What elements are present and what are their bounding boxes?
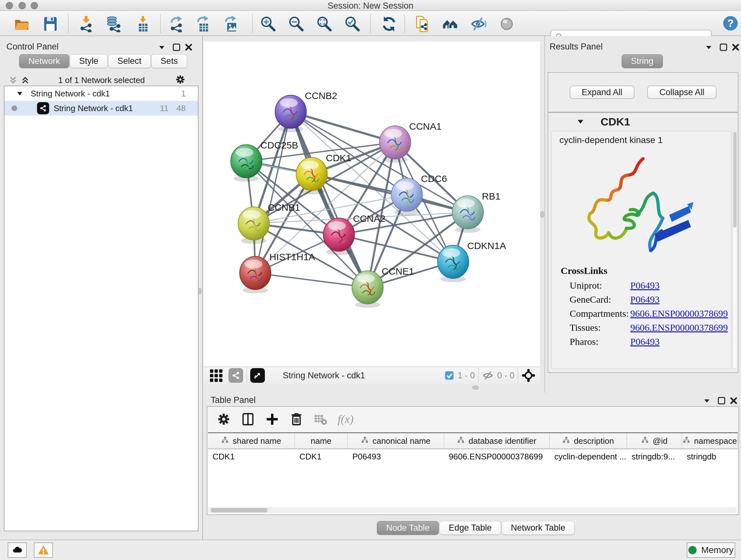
- import-network-from-database-button[interactable]: [105, 16, 122, 32]
- memory-button[interactable]: Memory: [687, 543, 735, 558]
- column-tree-icon: [361, 436, 368, 446]
- network-options-gear-icon[interactable]: [175, 74, 186, 85]
- gray-eye-icon: [498, 16, 515, 32]
- protein-structure-image: [573, 152, 700, 267]
- horizontal-splitter-handle[interactable]: [472, 386, 479, 389]
- network-row[interactable]: String Network - cdk1 11 48: [4, 101, 198, 116]
- results-scrollbar[interactable]: [733, 131, 737, 368]
- application-window: Session: New Session: [0, 0, 741, 560]
- tab-select[interactable]: Select: [108, 54, 151, 68]
- network-node-CDC6[interactable]: CDC6: [391, 173, 447, 215]
- network-collection-row[interactable]: String Network - cdk1 1: [4, 86, 198, 101]
- control-panel-menu-button[interactable]: [156, 42, 167, 53]
- crosslink-link[interactable]: P06493: [630, 336, 660, 347]
- tab-edge-table[interactable]: Edge Table: [440, 521, 501, 535]
- tab-node-table[interactable]: Node Table: [377, 521, 439, 535]
- collection-expand-icon[interactable]: [16, 90, 23, 98]
- collapse-protein-icon[interactable]: [576, 118, 585, 126]
- delete-column-button[interactable]: [289, 412, 304, 427]
- column-header-database-identifier[interactable]: database identifier: [444, 433, 550, 449]
- zoom-out-button[interactable]: [288, 16, 305, 32]
- table-settings-gear-button[interactable]: [216, 412, 231, 427]
- detach-view-button[interactable]: [250, 368, 265, 383]
- birds-eye-view-button[interactable]: [209, 368, 223, 383]
- tab-string[interactable]: String: [622, 54, 663, 68]
- save-session-button[interactable]: [42, 16, 59, 32]
- table-panel: Table Panel f(x) shared namenamecanonica…: [203, 393, 741, 540]
- warning-icon: [38, 544, 49, 556]
- column-header-name[interactable]: name: [295, 433, 348, 449]
- control-panel-close-button[interactable]: [183, 42, 194, 53]
- crosslink-link[interactable]: 9606.ENSP00000378699: [630, 322, 728, 333]
- eye-slash-icon: [470, 16, 487, 32]
- zoom-in-button[interactable]: [260, 16, 276, 32]
- string-view-button[interactable]: [228, 368, 243, 383]
- column-header-description[interactable]: description: [550, 433, 627, 449]
- show-columns-button[interactable]: [241, 412, 255, 427]
- table-panel-menu-button[interactable]: [701, 395, 712, 406]
- column-header-@id[interactable]: @id: [627, 433, 682, 449]
- zoom-selected-button[interactable]: [344, 16, 360, 32]
- crosslink-link[interactable]: P06493: [630, 294, 660, 305]
- network-node-CDKN1A[interactable]: CDKN1A: [437, 240, 506, 282]
- results-panel-float-button[interactable]: [718, 42, 729, 53]
- tab-style[interactable]: Style: [70, 54, 108, 68]
- open-session-button[interactable]: [13, 16, 30, 32]
- export-network-button[interactable]: [168, 16, 185, 32]
- crosslink-link[interactable]: 9606.ENSP00000378699: [630, 308, 728, 319]
- table-row[interactable]: CDK1CDK1P064939606.ENSP00000378699cyclin…: [208, 449, 738, 464]
- selected-checkbox-icon[interactable]: [444, 370, 455, 381]
- share-document-button[interactable]: [414, 16, 431, 32]
- show-panel-button[interactable]: [498, 16, 515, 32]
- import-network-button[interactable]: [78, 16, 94, 32]
- delete-table-button[interactable]: [313, 412, 328, 427]
- cloud-status-button[interactable]: [8, 543, 27, 558]
- results-panel-close-button[interactable]: [730, 42, 741, 53]
- crosslink-link[interactable]: P06493: [630, 280, 660, 291]
- tab-network[interactable]: Network: [19, 54, 69, 68]
- network-node-CCNA2[interactable]: CCNA2: [323, 213, 386, 255]
- network-canvas[interactable]: CCNB2CCNA1CDC25BCDK1CDC6RB1CCNB1CCNA2CDK…: [204, 42, 540, 367]
- homes-button[interactable]: [442, 16, 459, 32]
- add-column-button[interactable]: [265, 412, 280, 427]
- results-panel-menu-button[interactable]: [703, 42, 714, 53]
- function-builder-button[interactable]: f(x): [338, 413, 354, 426]
- table-panel-float-button[interactable]: [716, 395, 727, 406]
- column-tree-icon: [641, 436, 649, 446]
- network-node-CCNE1[interactable]: CCNE1: [352, 266, 414, 308]
- reset-view-crosshair-icon[interactable]: [522, 368, 536, 382]
- node-table: shared namenamecanonical namedatabase id…: [208, 432, 738, 514]
- export-table-button[interactable]: [195, 16, 212, 32]
- help-button[interactable]: ?: [722, 15, 739, 32]
- network-node-count: 11: [160, 104, 169, 113]
- network-node-HIST1H1A[interactable]: HIST1H1A: [240, 252, 315, 294]
- network-node-CCNB1[interactable]: CCNB1: [238, 202, 300, 244]
- vertical-splitter-handle[interactable]: [540, 211, 544, 218]
- table-panel-close-button[interactable]: [728, 395, 739, 406]
- column-header-canonical-name[interactable]: canonical name: [348, 433, 444, 449]
- crosslink-row: Compartments:9606.ENSP00000378699: [569, 308, 728, 319]
- network-label: String Network - cdk1: [54, 104, 133, 113]
- tab-network-table[interactable]: Network Table: [502, 521, 575, 535]
- crosslink-label: GeneCard:: [569, 294, 630, 305]
- expand-all-button[interactable]: Expand All: [569, 85, 635, 99]
- control-panel-float-button[interactable]: [171, 42, 182, 53]
- toolbar-separator: [370, 14, 371, 33]
- hidden-eye-icon[interactable]: [482, 369, 494, 381]
- network-graph[interactable]: CCNB2CCNA1CDC25BCDK1CDC6RB1CCNB1CCNA2CDK…: [204, 42, 540, 367]
- warning-status-button[interactable]: [34, 543, 53, 558]
- network-node-RB1[interactable]: RB1: [452, 191, 500, 233]
- database-icon: [105, 16, 122, 32]
- refresh-button[interactable]: [381, 16, 397, 32]
- tab-sets[interactable]: Sets: [151, 54, 187, 68]
- column-header-namespace[interactable]: namespace: [682, 433, 738, 449]
- export-image-button[interactable]: [223, 16, 240, 32]
- table-horizontal-scrollbar[interactable]: [208, 507, 737, 513]
- column-header-shared-name[interactable]: shared name: [208, 433, 295, 449]
- crosslink-row: Pharos:P06493: [569, 336, 728, 347]
- import-table-button[interactable]: [135, 16, 151, 32]
- collapse-all-button[interactable]: Collapse All: [647, 85, 717, 99]
- vertical-splitter-handle[interactable]: [198, 288, 202, 294]
- zoom-fit-button[interactable]: [316, 16, 333, 32]
- hide-panel-button[interactable]: [470, 16, 487, 32]
